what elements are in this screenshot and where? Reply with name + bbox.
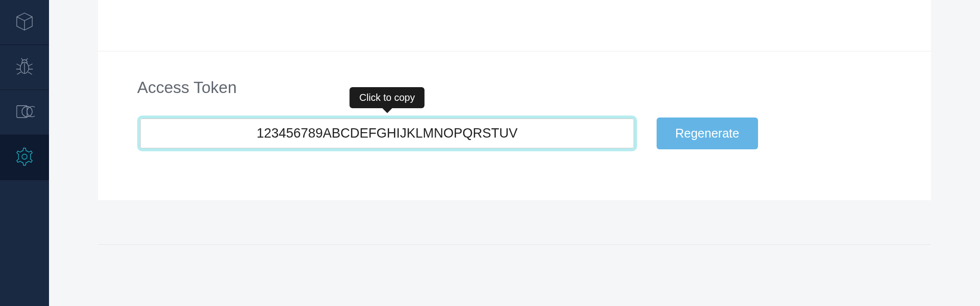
- regenerate-button[interactable]: Regenerate: [657, 118, 758, 149]
- previous-card-fragment: [98, 0, 931, 51]
- main-content: Access Token Click to copy Regenerate: [49, 0, 980, 306]
- token-input-wrapper: [137, 116, 637, 151]
- sidebar-item-overlap[interactable]: [0, 90, 49, 135]
- gear-icon: [14, 146, 35, 169]
- overlap-icon: [14, 101, 35, 124]
- bug-icon: [14, 56, 35, 79]
- token-field: Click to copy: [137, 116, 637, 151]
- access-token-card: Access Token Click to copy Regenerate: [98, 51, 931, 200]
- sidebar-nav: [0, 0, 49, 306]
- sidebar-item-box[interactable]: [0, 0, 49, 45]
- sidebar-item-bug[interactable]: [0, 45, 49, 90]
- divider: [98, 244, 931, 245]
- sidebar-item-settings[interactable]: [0, 135, 49, 180]
- token-row: Click to copy Regenerate: [137, 116, 892, 151]
- token-input[interactable]: [140, 118, 634, 148]
- svg-point-4: [22, 154, 27, 159]
- box-icon: [14, 11, 35, 34]
- copy-tooltip: Click to copy: [349, 87, 424, 108]
- section-title: Access Token: [137, 78, 892, 97]
